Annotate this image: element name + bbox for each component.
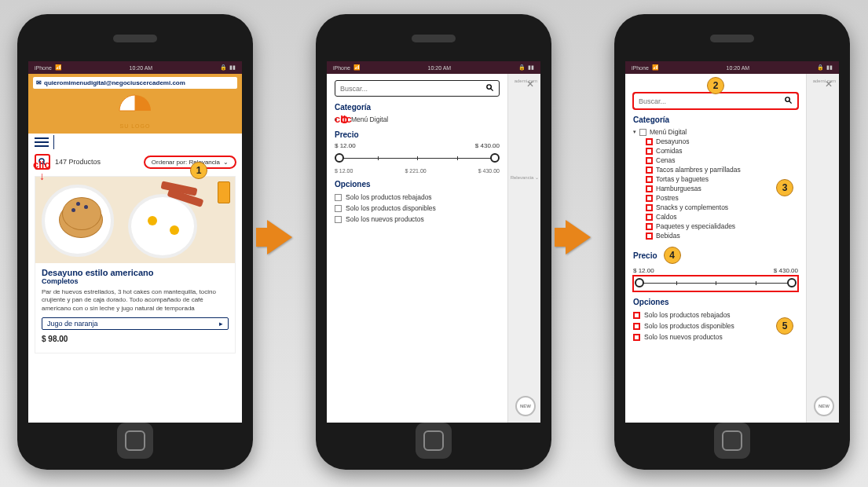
flow-arrow-2 — [566, 220, 591, 254]
checkbox[interactable] — [335, 205, 342, 212]
category-item[interactable]: Caldos — [633, 212, 798, 222]
checkbox[interactable] — [646, 185, 653, 192]
new-badge: NEW — [814, 396, 834, 416]
new-badge: NEW — [515, 396, 536, 416]
category-item[interactable]: Hamburguesas — [633, 184, 798, 193]
search-input[interactable] — [639, 97, 784, 105]
category-item[interactable]: Postres — [633, 193, 798, 203]
price-slider[interactable] — [633, 276, 798, 291]
svg-point-2 — [487, 85, 492, 90]
header-band: ✉ quieromimenudigital@negociuscercademi.… — [28, 74, 242, 134]
screen-1: iPhone📶 10:20 AM 🔒▮▮ ✉ quieromimenudigit… — [28, 61, 242, 423]
carrier-label: iPhone — [35, 65, 52, 71]
slider-handle-max[interactable] — [787, 278, 797, 287]
checkbox[interactable] — [646, 214, 653, 221]
checkbox[interactable] — [646, 157, 653, 164]
phone-frame-1: iPhone📶 10:20 AM 🔒▮▮ ✉ quieromimenudigit… — [17, 14, 253, 470]
callout-5: 5 — [776, 317, 793, 335]
sort-label: Ordenar por: Relevancia — [152, 159, 220, 166]
product-card[interactable]: Desayuno estilo americano Completos Par … — [35, 176, 236, 353]
category-label: Paquetes y especialidades — [656, 222, 735, 230]
price-slider[interactable] — [335, 151, 500, 167]
filter-panel: ✕ clic Categoría ▸ Menú Digital Precio $… — [327, 74, 507, 423]
collapse-icon[interactable]: ▾ — [633, 129, 636, 135]
category-item[interactable]: Comidas — [633, 146, 798, 156]
backdrop: ademi.com Relevancia ⌄ NEW — [507, 74, 540, 423]
option-discounted[interactable]: Solo los productos rebajados — [335, 192, 500, 203]
status-bar: iPhone📶 10:20 AM 🔒▮▮ — [327, 61, 540, 74]
options-title: Opciones — [633, 298, 798, 306]
category-item[interactable]: Tortas y baguetes — [633, 174, 798, 184]
search-input-row[interactable] — [335, 80, 500, 97]
phone-frame-3: iPhone📶 10:20 AM 🔒▮▮ ademi.com NEW ✕ 2 C… — [614, 14, 850, 470]
option-new[interactable]: Solo los nuevos productos — [633, 331, 798, 342]
category-label: Comidas — [656, 147, 683, 155]
product-subtitle: Completos — [35, 277, 235, 288]
home-button[interactable] — [117, 423, 153, 459]
checkbox[interactable] — [639, 129, 646, 136]
filter-panel: ✕ 2 Categoría ▾ Menú Digital 3 Desayunos… — [625, 74, 806, 423]
close-icon[interactable]: ✕ — [526, 79, 534, 90]
chevron-down-icon: ⌄ — [223, 159, 229, 166]
status-bar: iPhone📶 10:20 AM 🔒▮▮ — [28, 61, 242, 74]
category-item[interactable]: Snacks y complementos — [633, 203, 798, 212]
category-label: Menú Digital — [351, 115, 388, 123]
category-label: Cenas — [656, 156, 676, 164]
category-label: Tortas y baguetes — [656, 175, 709, 183]
checkbox[interactable] — [335, 216, 342, 223]
option-available[interactable]: Solo los productos disponibles — [335, 203, 500, 214]
product-price: $ 98.00 — [35, 330, 235, 348]
category-item[interactable]: Cenas — [633, 156, 798, 165]
svg-line-5 — [789, 101, 792, 104]
callout-2: 2 — [707, 77, 724, 94]
checkbox[interactable] — [646, 204, 653, 211]
option-available[interactable]: Solo los productos disponibles — [633, 320, 798, 331]
option-new[interactable]: Solo los nuevos productos — [335, 214, 500, 225]
checkbox[interactable] — [646, 233, 653, 240]
callout-1: 1 — [190, 162, 207, 179]
price-title: Precio — [633, 251, 657, 260]
checkbox[interactable] — [646, 148, 653, 155]
caret-icon: ▸ — [219, 320, 223, 328]
category-item[interactable]: Desayunos — [633, 137, 798, 146]
slider-handle-max[interactable] — [490, 153, 500, 163]
checkbox[interactable] — [633, 334, 640, 341]
category-item[interactable]: Tacos alambres y parrilladas — [633, 165, 798, 174]
category-root[interactable]: ▾ Menú Digital — [633, 127, 798, 137]
category-label: Caldos — [656, 213, 676, 221]
checkbox[interactable] — [646, 167, 653, 174]
search-input-row[interactable] — [633, 93, 798, 109]
svg-line-3 — [491, 89, 493, 91]
home-button[interactable] — [416, 423, 452, 459]
checkbox[interactable] — [633, 323, 640, 330]
price-max: $ 430.00 — [774, 267, 798, 274]
price-min: $ 12.00 — [335, 142, 356, 149]
search-input[interactable] — [340, 85, 485, 93]
category-label: Tacos alambres y parrilladas — [656, 166, 741, 174]
checkbox[interactable] — [335, 194, 342, 201]
screen-3: iPhone📶 10:20 AM 🔒▮▮ ademi.com NEW ✕ 2 C… — [625, 61, 839, 423]
checkbox[interactable] — [633, 312, 640, 319]
search-icon — [485, 83, 494, 93]
category-label: Menú Digital — [650, 128, 687, 136]
checkbox[interactable] — [646, 195, 653, 202]
flow-arrow-1 — [267, 220, 292, 254]
sort-dropdown[interactable]: Ordenar por: Relevancia ⌄ — [145, 156, 236, 168]
slider-handle-min[interactable] — [335, 153, 344, 163]
email-row[interactable]: ✉ quieromimenudigital@negociuscercademi.… — [33, 77, 237, 89]
variant-select[interactable]: Jugo de naranja ▸ — [42, 317, 229, 330]
category-item[interactable]: Paquetes y especialidades — [633, 222, 798, 231]
checkbox[interactable] — [646, 138, 653, 145]
price-title: Precio — [335, 130, 500, 139]
checkbox[interactable] — [646, 176, 653, 183]
price-min: $ 12.00 — [633, 267, 654, 274]
option-discounted[interactable]: Solo los productos rebajados — [633, 309, 798, 320]
checkbox[interactable] — [646, 223, 653, 230]
slider-handle-min[interactable] — [635, 278, 644, 287]
hamburger-icon[interactable] — [35, 137, 49, 147]
divider — [53, 135, 54, 149]
product-image — [35, 177, 235, 263]
category-item[interactable]: Bebidas — [633, 231, 798, 240]
category-root[interactable]: ▸ Menú Digital — [335, 115, 500, 124]
home-button[interactable] — [714, 423, 750, 459]
